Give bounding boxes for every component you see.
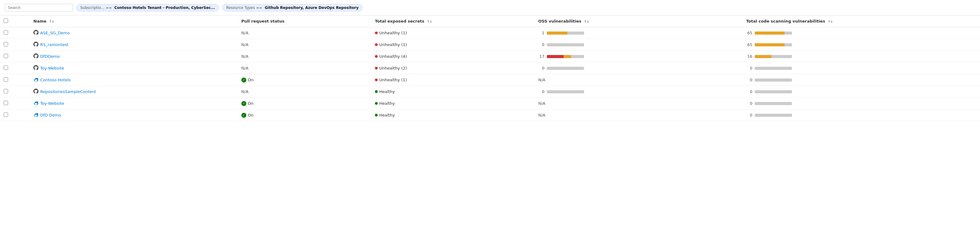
pr-status-na: N/A bbox=[241, 89, 248, 94]
row-name-cell: Toy-Website bbox=[30, 62, 238, 74]
pr-on-label: On bbox=[248, 113, 253, 117]
repo-name-label: Contoso Hotels bbox=[40, 77, 71, 82]
codescan-number: 16 bbox=[746, 54, 752, 59]
secret-label: Unhealthy (1) bbox=[379, 77, 407, 82]
secret-label: Unhealthy (2) bbox=[379, 66, 407, 71]
bar-segment bbox=[755, 32, 784, 35]
sort-icon-codescan[interactable]: ↑↓ bbox=[828, 20, 833, 23]
row-checkbox-cell bbox=[0, 98, 30, 109]
repo-name-link[interactable]: Toy-Website bbox=[33, 100, 234, 106]
repo-type-icon bbox=[33, 54, 38, 59]
repo-name-link[interactable]: ASE_SG_Demo bbox=[33, 30, 234, 36]
bar-wrapper bbox=[547, 55, 584, 58]
bar-bg bbox=[571, 55, 584, 58]
row-secrets-cell: Healthy bbox=[371, 98, 535, 109]
row-secrets-cell: Unhealthy (2) bbox=[371, 62, 535, 74]
check-circle-icon: ✓ bbox=[241, 113, 246, 118]
bar-wrapper bbox=[547, 32, 584, 35]
repo-name-label: Toy-Website bbox=[40, 66, 64, 71]
table-row: Toy-Website N/A Unhealthy (2) 0 0 bbox=[0, 62, 980, 74]
filter-value-subscription: Contoso Hotels Tenant - Production, Cybe… bbox=[115, 6, 215, 10]
search-input[interactable] bbox=[8, 5, 70, 10]
row-name-cell: ASE_SG_Demo bbox=[30, 27, 238, 39]
row-name-cell: DfDDemo bbox=[30, 51, 238, 62]
oss-cell: 0 bbox=[538, 66, 739, 71]
header-pr-status: Pull request status bbox=[238, 16, 371, 27]
bar-wrapper bbox=[547, 43, 584, 46]
row-codescan-cell: 0 bbox=[742, 74, 980, 86]
pr-status-na: N/A bbox=[241, 31, 248, 35]
repo-name-link[interactable]: RS_ramontest bbox=[33, 42, 234, 47]
filter-pill-subscription[interactable]: Subscriptio... == Contoso Hotels Tenant … bbox=[76, 4, 219, 11]
row-oss-cell: N/A bbox=[535, 98, 742, 109]
bar-segment bbox=[755, 102, 770, 105]
row-codescan-cell: 0 bbox=[742, 62, 980, 74]
oss-number: 17 bbox=[538, 54, 544, 59]
row-checkbox[interactable] bbox=[4, 77, 8, 82]
row-checkbox[interactable] bbox=[4, 89, 8, 93]
secret-status: Healthy bbox=[375, 101, 531, 106]
repo-type-icon bbox=[33, 112, 38, 118]
row-secrets-cell: Healthy bbox=[371, 109, 535, 121]
header-codescan[interactable]: Total code scanning vulnerabilities ↑↓ bbox=[742, 16, 980, 27]
row-pr-cell: N/A bbox=[238, 62, 371, 74]
secret-status: Healthy bbox=[375, 89, 531, 94]
status-dot bbox=[375, 114, 378, 117]
codescan-cell: 0 bbox=[746, 101, 976, 106]
oss-cell: 17 bbox=[538, 54, 739, 59]
secret-status: Unhealthy (1) bbox=[375, 77, 531, 82]
repo-name-link[interactable]: DfDDemo bbox=[33, 54, 234, 59]
row-name-cell: Toy-Website bbox=[30, 98, 238, 109]
repo-name-link[interactable]: DfD Demo bbox=[33, 112, 234, 118]
pr-on-label: On bbox=[248, 101, 253, 106]
bar-segment bbox=[755, 79, 770, 82]
bar-segment bbox=[755, 67, 770, 70]
header-oss[interactable]: OSS vulnerabilities ↑↓ bbox=[535, 16, 742, 27]
repo-type-icon bbox=[33, 77, 38, 83]
row-checkbox[interactable] bbox=[4, 42, 8, 46]
oss-na: N/A bbox=[538, 101, 545, 106]
row-checkbox[interactable] bbox=[4, 66, 8, 70]
sort-icon-secrets[interactable]: ↑↓ bbox=[427, 20, 432, 23]
repo-name-link[interactable]: Contoso Hotels bbox=[33, 77, 234, 83]
row-oss-cell: 17 bbox=[535, 51, 742, 62]
repositories-table: Name ↑↓ Pull request status Total expose… bbox=[0, 16, 980, 121]
row-oss-cell: N/A bbox=[535, 74, 742, 86]
repo-type-icon bbox=[33, 30, 38, 36]
oss-cell: 1 bbox=[538, 31, 739, 35]
row-checkbox[interactable] bbox=[4, 30, 8, 35]
status-dot bbox=[375, 55, 378, 58]
oss-number: 1 bbox=[538, 31, 544, 35]
select-all-checkbox[interactable] bbox=[4, 19, 8, 23]
table-row: DfDDemo N/A Unhealthy (4) 17 16 bbox=[0, 51, 980, 62]
row-checkbox[interactable] bbox=[4, 54, 8, 58]
sort-icon-name[interactable]: ↑↓ bbox=[49, 20, 54, 23]
codescan-cell: 0 bbox=[746, 77, 976, 82]
repo-name-link[interactable]: RepositoriesSampleContent bbox=[33, 89, 234, 95]
bar-segment bbox=[755, 114, 770, 117]
secret-label: Unhealthy (4) bbox=[379, 54, 407, 59]
repo-type-icon bbox=[33, 42, 38, 47]
row-name-cell: DfD Demo bbox=[30, 109, 238, 121]
filter-key-resource-types: Resource Types == bbox=[226, 6, 263, 10]
row-checkbox[interactable] bbox=[4, 112, 8, 117]
codescan-cell: 0 bbox=[746, 66, 976, 71]
row-checkbox-cell bbox=[0, 39, 30, 51]
row-checkbox[interactable] bbox=[4, 101, 8, 105]
filter-pill-resource-types[interactable]: Resource Types == Github Repository, Azu… bbox=[222, 4, 363, 11]
search-box[interactable] bbox=[5, 4, 73, 11]
row-pr-cell: N/A bbox=[238, 51, 371, 62]
codescan-cell: 0 bbox=[746, 113, 976, 117]
row-pr-cell: N/A bbox=[238, 39, 371, 51]
table-row: Contoso Hotels ✓On Unhealthy (1) N/A 0 bbox=[0, 74, 980, 86]
bar-segment bbox=[755, 43, 784, 46]
secret-label: Unhealthy (1) bbox=[379, 31, 407, 35]
repo-name-link[interactable]: Toy-Website bbox=[33, 65, 234, 71]
header-secrets[interactable]: Total exposed secrets ↑↓ bbox=[371, 16, 535, 27]
bar-bg bbox=[770, 114, 792, 117]
header-name[interactable]: Name ↑↓ bbox=[30, 16, 238, 27]
row-codescan-cell: 16 bbox=[742, 51, 980, 62]
sort-icon-oss[interactable]: ↑↓ bbox=[584, 20, 589, 23]
oss-na: N/A bbox=[538, 113, 545, 117]
secret-status: Healthy bbox=[375, 113, 531, 117]
